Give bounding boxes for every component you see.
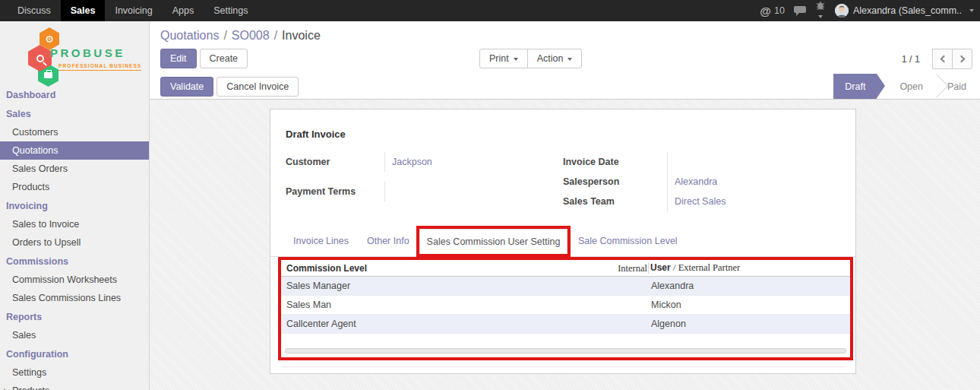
sidebar-item-quotations[interactable]: Quotations (0, 141, 149, 160)
control-panel: Quotations/SO008/Invoice Edit Create Pri… (150, 21, 980, 74)
sidebar-item-label: Products (12, 385, 49, 390)
customer-label: Customer (286, 152, 384, 172)
pager: 1 / 1 (902, 49, 972, 69)
caret-down-icon (969, 9, 974, 12)
pager-text: 1 / 1 (902, 54, 920, 65)
table-body: Sales Manager Alexandra Sales Man Mickon… (281, 277, 850, 334)
action-dropdown-button[interactable]: Action (527, 49, 583, 68)
column-header-commission-level: Commission Level Internal (281, 263, 648, 274)
caret-down-icon (567, 58, 572, 61)
sales-team-label: Sales Team (563, 192, 667, 211)
column-header-internal-user-external-partner: User / External Partner (648, 262, 850, 274)
action-label: Action (537, 53, 564, 64)
create-button[interactable]: Create (200, 49, 248, 68)
validate-button[interactable]: Validate (160, 77, 213, 97)
salesperson-value-link[interactable]: Alexandra (667, 172, 800, 192)
print-label: Print (489, 53, 509, 64)
menu-settings[interactable]: Settings (204, 0, 258, 21)
sidebar-heading-commissions[interactable]: Commissions (0, 252, 149, 271)
sidebar-heading-dashboard[interactable]: Dashboard (0, 85, 149, 104)
menu-sales[interactable]: Sales (61, 0, 106, 21)
sidebar-item-sales-commissions-lines[interactable]: Sales Commissions Lines (0, 289, 149, 307)
horizontal-scrollbar[interactable] (285, 348, 846, 354)
sidebar: ⚙ PROBUSE PROFESSIONAL BUSINESS Dashboar… (0, 21, 150, 390)
form-fields: Customer Jackpson Payment Terms Invoice … (286, 152, 800, 211)
header-partner-part: / External Partner (673, 262, 740, 273)
sidebar-item-config-products[interactable]: Products (0, 382, 149, 390)
cell-commission-level[interactable]: Sales Man (281, 300, 648, 310)
menu-invoicing[interactable]: Invoicing (105, 0, 162, 21)
table-row[interactable]: Sales Man Mickon (281, 296, 850, 315)
sheet-divider (281, 366, 845, 367)
statusbar: Validate Cancel Invoice Draft Open Paid (150, 74, 980, 100)
probuse-logo: ⚙ PROBUSE PROFESSIONAL BUSINESS (0, 21, 149, 85)
sidebar-heading-sales[interactable]: Sales (0, 104, 149, 123)
cancel-invoice-button[interactable]: Cancel Invoice (217, 77, 299, 97)
red-annotation-box-table: Commission Level Internal User / Externa… (278, 257, 853, 360)
topbar-menus: Discuss Sales Invoicing Apps Settings (0, 0, 258, 21)
chevron-right-icon (957, 55, 965, 63)
tab-invoice-lines[interactable]: Invoice Lines (293, 226, 349, 256)
sales-team-value-link[interactable]: Direct Sales (667, 192, 800, 211)
logo-title: PROBUSE (50, 46, 125, 59)
table-row[interactable]: Sales Manager Alexandra (281, 277, 850, 296)
chat-icon[interactable] (794, 6, 806, 16)
logo-subtitle: PROFESSIONAL BUSINESS (58, 63, 141, 71)
table-row[interactable]: Callcenter Agent Algenon (281, 315, 850, 334)
invoice-form-sheet: Draft Invoice Customer Jackpson Payment … (270, 109, 856, 374)
breadcrumb: Quotations/SO008/Invoice (160, 29, 972, 43)
sidebar-heading-reports[interactable]: Reports (0, 307, 149, 326)
cell-user[interactable]: Algenon (648, 319, 850, 329)
breadcrumb-current: Invoice (282, 29, 321, 42)
chevron-left-icon (940, 55, 947, 63)
sidebar-item-sales-orders[interactable]: Sales Orders (0, 160, 149, 178)
user-menu[interactable]: Alexandra (Sales_comm.. (835, 4, 974, 17)
tab-sales-commission-user-setting[interactable]: Sales Commission User Setting (419, 229, 567, 254)
sidebar-item-settings[interactable]: Settings (0, 363, 149, 382)
sidebar-item-sales-report[interactable]: Sales (0, 326, 149, 344)
pager-next-button[interactable] (952, 49, 972, 69)
commission-table: Commission Level Internal User / Externa… (281, 260, 850, 354)
salesperson-label: Salesperson (563, 172, 667, 192)
sidebar-item-commission-worksheets[interactable]: Commission Worksheets (0, 271, 149, 289)
breadcrumb-so008[interactable]: SO008 (232, 29, 270, 42)
tab-sale-commission-level[interactable]: Sale Commission Level (578, 226, 678, 256)
debug-bug-icon[interactable] (815, 0, 826, 21)
menu-discuss[interactable]: Discuss (8, 0, 61, 21)
cell-commission-level[interactable]: Callcenter Agent (281, 319, 648, 329)
sidebar-item-customers[interactable]: Customers (0, 123, 149, 141)
sidebar-item-products[interactable]: Products (0, 178, 149, 196)
breadcrumb-separator: / (223, 29, 226, 42)
page-title: Draft Invoice (286, 128, 346, 140)
topbar-right: @ 10 Alexandra (Sales_comm.. (760, 0, 980, 21)
content-area: Draft Invoice Customer Jackpson Payment … (150, 100, 980, 390)
mention-count: 10 (774, 5, 785, 16)
table-header-row: Commission Level Internal User / Externa… (281, 260, 850, 277)
user-label: Alexandra (Sales_comm.. (853, 5, 962, 16)
sidebar-item-sales-to-invoice[interactable]: Sales to Invoice (0, 215, 149, 233)
red-annotation-box-tab: Sales Commission User Setting (416, 226, 571, 257)
header-internal-part: Internal (618, 263, 647, 274)
sidebar-heading-invoicing[interactable]: Invoicing (0, 196, 149, 215)
customer-value-link[interactable]: Jackpson (384, 152, 548, 172)
header-user-part: User (650, 262, 671, 273)
avatar (835, 4, 849, 17)
sidebar-heading-configuration[interactable]: Configuration (0, 344, 149, 363)
cell-user[interactable]: Mickon (648, 300, 850, 310)
notebook-tabs: Invoice Lines Other Info Sales Commissio… (270, 226, 855, 257)
breadcrumb-quotations[interactable]: Quotations (160, 29, 219, 42)
status-step-draft[interactable]: Draft (833, 74, 877, 99)
print-dropdown-button[interactable]: Print (479, 49, 528, 68)
status-steps: Draft Open Paid (833, 74, 980, 99)
breadcrumb-separator: / (274, 29, 277, 42)
menu-apps[interactable]: Apps (163, 0, 204, 21)
mentions-button[interactable]: @ 10 (760, 5, 785, 17)
tab-other-info[interactable]: Other Info (367, 226, 409, 256)
sidebar-item-orders-to-upsell[interactable]: Orders to Upsell (0, 233, 149, 252)
invoice-date-value (667, 152, 800, 172)
edit-button[interactable]: Edit (160, 49, 197, 68)
payment-terms-value (384, 182, 548, 201)
pager-previous-button[interactable] (932, 49, 953, 69)
cell-user[interactable]: Alexandra (648, 281, 850, 291)
cell-commission-level[interactable]: Sales Manager (281, 281, 648, 291)
